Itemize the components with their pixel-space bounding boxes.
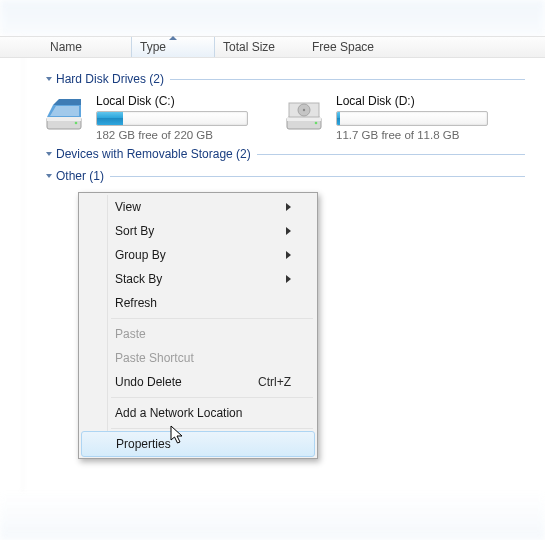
capacity-bar [96, 111, 248, 126]
group-hdd-label: Hard Disk Drives (2) [56, 72, 170, 86]
submenu-arrow-icon [286, 227, 291, 235]
hard-drive-icon [282, 94, 326, 138]
menu-sort-by[interactable]: Sort By [81, 219, 315, 243]
capacity-bar [336, 111, 488, 126]
chevron-down-icon [46, 174, 52, 178]
menu-properties-label: Properties [116, 437, 171, 451]
chevron-down-icon [46, 77, 52, 81]
menu-add-network-location[interactable]: Add a Network Location [81, 401, 315, 425]
column-type[interactable]: Type [131, 37, 215, 57]
group-divider [170, 79, 525, 80]
group-removable-storage[interactable]: Devices with Removable Storage (2) [42, 147, 525, 161]
menu-paste-shortcut: Paste Shortcut [81, 346, 315, 370]
column-name-label: Name [50, 40, 82, 54]
menu-separator [111, 318, 313, 319]
menu-group-label: Group By [115, 248, 166, 262]
submenu-arrow-icon [286, 275, 291, 283]
menu-paste-shortcut-label: Paste Shortcut [115, 351, 194, 365]
submenu-arrow-icon [286, 203, 291, 211]
column-header-row: Name Type Total Size Free Space [0, 36, 545, 58]
menu-separator [111, 397, 313, 398]
menu-undo-shortcut: Ctrl+Z [238, 375, 291, 389]
sort-arrow-icon [169, 36, 177, 40]
drive-name: Local Disk (D:) [336, 94, 492, 108]
menu-group-by[interactable]: Group By [81, 243, 315, 267]
drive-name: Local Disk (C:) [96, 94, 252, 108]
column-total-label: Total Size [223, 40, 275, 54]
menu-paste: Paste [81, 322, 315, 346]
capacity-fill [97, 112, 123, 125]
menu-add-network-label: Add a Network Location [115, 406, 242, 420]
menu-undo-delete[interactable]: Undo Delete Ctrl+Z [81, 370, 315, 394]
svg-rect-1 [47, 117, 81, 121]
drive-item[interactable]: Local Disk (D:) 11.7 GB free of 11.8 GB [282, 94, 492, 141]
menu-sort-label: Sort By [115, 224, 154, 238]
column-type-label: Type [140, 40, 166, 54]
drive-item[interactable]: Local Disk (C:) 182 GB free of 220 GB [42, 94, 252, 141]
hard-drive-icon [42, 94, 86, 138]
group-other[interactable]: Other (1) [42, 169, 525, 183]
menu-undo-label: Undo Delete [115, 375, 182, 389]
menu-refresh[interactable]: Refresh [81, 291, 315, 315]
column-free-space[interactable]: Free Space [304, 37, 401, 57]
group-other-label: Other (1) [56, 169, 110, 183]
menu-view[interactable]: View [81, 195, 315, 219]
svg-marker-4 [53, 99, 81, 105]
column-free-label: Free Space [312, 40, 374, 54]
drive-status: 11.7 GB free of 11.8 GB [336, 129, 492, 141]
group-removable-label: Devices with Removable Storage (2) [56, 147, 257, 161]
svg-point-2 [75, 122, 78, 125]
content-area[interactable]: Hard Disk Drives (2) Loc [0, 58, 545, 201]
capacity-fill [337, 112, 340, 125]
group-divider [257, 154, 525, 155]
menu-stack-by[interactable]: Stack By [81, 267, 315, 291]
menu-view-label: View [115, 200, 141, 214]
svg-rect-7 [287, 117, 321, 121]
menu-stack-label: Stack By [115, 272, 162, 286]
group-hard-disk-drives[interactable]: Hard Disk Drives (2) [42, 72, 525, 86]
menu-paste-label: Paste [115, 327, 146, 341]
svg-point-8 [315, 122, 318, 125]
menu-separator [111, 428, 313, 429]
menu-properties[interactable]: Properties [81, 431, 315, 457]
svg-point-11 [303, 109, 305, 111]
column-total-size[interactable]: Total Size [215, 37, 304, 57]
group-divider [110, 176, 525, 177]
context-menu: View Sort By Group By Stack By Refresh P… [78, 192, 318, 459]
chevron-down-icon [46, 152, 52, 156]
drive-status: 182 GB free of 220 GB [96, 129, 252, 141]
submenu-arrow-icon [286, 251, 291, 259]
menu-refresh-label: Refresh [115, 296, 157, 310]
column-name[interactable]: Name [42, 37, 131, 57]
